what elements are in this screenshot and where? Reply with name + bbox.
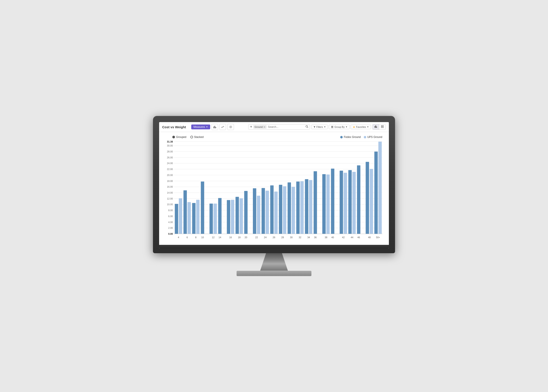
toolbar-left: Cost vs Weight Measures ▼ (162, 124, 234, 130)
filter-tag[interactable]: Ground ✕ (253, 125, 267, 129)
settings-icon (229, 125, 232, 128)
svg-rect-71 (231, 200, 234, 234)
svg-rect-18 (381, 127, 384, 128)
svg-rect-15 (376, 126, 377, 128)
legend-item: Fedex Ground (340, 135, 361, 139)
svg-text:18: 18 (238, 236, 241, 239)
svg-rect-57 (184, 190, 187, 234)
svg-marker-12 (353, 126, 355, 128)
svg-rect-106 (340, 171, 343, 234)
svg-text:2.00: 2.00 (168, 227, 173, 230)
svg-rect-10 (331, 127, 333, 127)
search-input[interactable] (267, 125, 305, 129)
star-icon (353, 126, 355, 128)
svg-text:24: 24 (264, 236, 267, 239)
groupby-label: Group By (334, 126, 344, 128)
svg-text:0.00: 0.00 (168, 232, 173, 235)
favorites-button[interactable]: Favorites ▼ (351, 125, 371, 129)
svg-text:46: 46 (357, 236, 360, 239)
svg-rect-90 (288, 182, 291, 234)
legend-area: Fedex GroundUPS Ground (340, 135, 384, 139)
svg-rect-84 (270, 185, 274, 234)
svg-rect-74 (239, 198, 243, 234)
svg-rect-96 (305, 179, 308, 234)
svg-text:8: 8 (195, 236, 197, 239)
svg-text:44: 44 (351, 236, 353, 239)
svg-point-3 (230, 126, 231, 128)
line-chart-icon (221, 125, 224, 128)
svg-text:30: 30 (290, 236, 293, 239)
svg-text:8.00: 8.00 (168, 209, 173, 212)
groupby-icon (331, 126, 334, 128)
svg-text:10.00: 10.00 (167, 203, 173, 206)
favorites-caret-icon: ▼ (367, 126, 369, 128)
svg-rect-99 (314, 171, 317, 234)
search-area[interactable]: Ground ✕ (248, 124, 310, 130)
svg-text:40: 40 (331, 236, 334, 239)
search-submit-button[interactable] (306, 125, 308, 129)
svg-rect-1 (214, 126, 215, 128)
svg-rect-97 (309, 180, 312, 234)
svg-text:6: 6 (186, 236, 188, 239)
groupby-button[interactable]: Group By ▼ (329, 125, 349, 129)
svg-rect-0 (214, 126, 214, 128)
svg-text:16: 16 (229, 236, 232, 239)
svg-rect-61 (196, 200, 199, 234)
svg-text:31.38: 31.38 (167, 140, 173, 143)
svg-text:14: 14 (219, 236, 221, 239)
grouped-option[interactable]: Grouped (172, 135, 186, 139)
svg-marker-8 (314, 126, 315, 128)
filter-tag-close-icon[interactable]: ✕ (263, 126, 265, 128)
svg-text:4: 4 (178, 236, 179, 239)
line-chart-button[interactable] (220, 124, 226, 130)
svg-rect-17 (381, 126, 384, 127)
svg-rect-107 (344, 173, 347, 234)
svg-text:50+: 50+ (376, 236, 380, 239)
legend-color-dot (364, 136, 366, 138)
screen: Cost vs Weight Measures ▼ (159, 122, 389, 248)
top-bar: Cost vs Weight Measures ▼ (159, 122, 389, 132)
chart-view-button[interactable] (373, 124, 379, 130)
bar-chart-icon (213, 125, 216, 128)
monitor-wrapper: Cost vs Weight Measures ▼ (153, 116, 395, 276)
svg-rect-55 (179, 198, 182, 234)
filters-label: Filters (316, 126, 323, 128)
svg-rect-65 (210, 204, 213, 234)
svg-rect-115 (370, 169, 373, 234)
svg-rect-14 (376, 125, 376, 128)
svg-rect-114 (366, 162, 369, 234)
svg-text:36: 36 (314, 236, 317, 239)
bar-chart-button[interactable] (212, 124, 218, 130)
svg-text:28: 28 (281, 236, 284, 239)
legend-color-dot (340, 136, 343, 138)
svg-text:20.00: 20.00 (167, 174, 173, 176)
svg-text:34: 34 (307, 236, 310, 239)
bar-chart-svg: 0.002.004.006.008.0010.0012.0014.0016.00… (159, 140, 387, 242)
svg-rect-118 (378, 142, 382, 234)
svg-rect-82 (266, 191, 269, 234)
measures-label: Measures (193, 125, 205, 128)
svg-rect-110 (352, 172, 356, 234)
stacked-option[interactable]: Stacked (190, 135, 204, 139)
svg-rect-79 (257, 196, 260, 234)
filters-button[interactable]: Filters ▼ (311, 125, 328, 129)
svg-rect-91 (292, 187, 295, 234)
svg-text:26: 26 (273, 236, 275, 239)
filter-tag-label: Ground (255, 126, 263, 128)
svg-rect-81 (262, 188, 265, 234)
svg-rect-109 (349, 170, 352, 234)
favorites-label: Favorites (356, 126, 366, 128)
svg-point-6 (306, 126, 307, 127)
svg-text:10: 10 (201, 236, 204, 239)
svg-rect-85 (274, 192, 278, 234)
settings-button[interactable] (227, 124, 234, 130)
legend-item: UPS Ground (364, 135, 382, 139)
svg-rect-101 (322, 174, 326, 234)
measures-button[interactable]: Measures ▼ (191, 125, 210, 129)
toolbar-right: Ground ✕ (248, 124, 386, 130)
grouped-radio-dot (172, 136, 175, 138)
table-view-button[interactable] (379, 124, 386, 130)
svg-rect-2 (215, 127, 216, 128)
groupby-caret-icon: ▼ (346, 126, 348, 128)
monitor-bottom-bar (159, 245, 389, 248)
